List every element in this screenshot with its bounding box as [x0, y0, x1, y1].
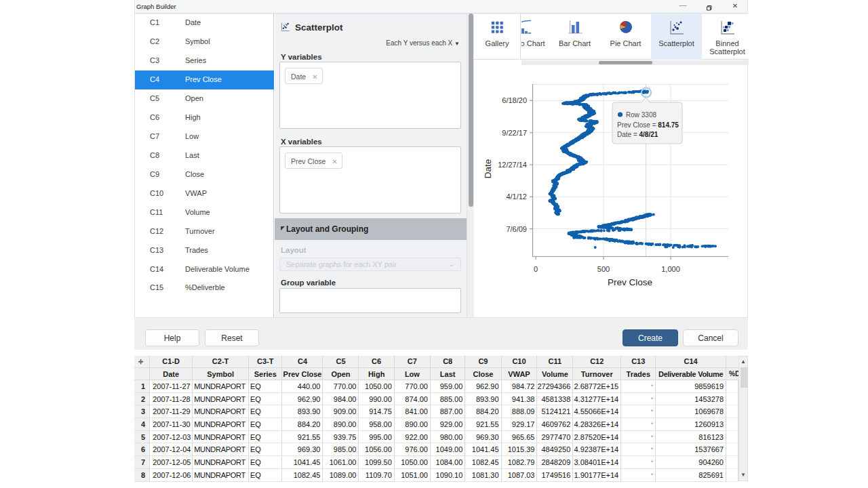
svg-text:Date: Date [483, 159, 493, 179]
svg-text:Prev Close: Prev Close [608, 277, 652, 287]
svg-text:Row 3308: Row 3308 [626, 111, 656, 119]
svg-text:7/6/09: 7/6/09 [506, 225, 527, 233]
svg-text:4/1/12: 4/1/12 [506, 192, 527, 201]
svg-text:Prev Close = 814.75: Prev Close = 814.75 [617, 121, 679, 129]
svg-text:12/27/14: 12/27/14 [498, 161, 527, 169]
svg-text:6/18/20: 6/18/20 [502, 96, 527, 104]
svg-text:1,000: 1,000 [661, 265, 680, 273]
svg-text:9/22/17: 9/22/17 [502, 129, 527, 137]
svg-text:Date = 4/8/21: Date = 4/8/21 [617, 131, 658, 138]
svg-text:0: 0 [534, 265, 538, 273]
svg-text:500: 500 [597, 265, 610, 273]
